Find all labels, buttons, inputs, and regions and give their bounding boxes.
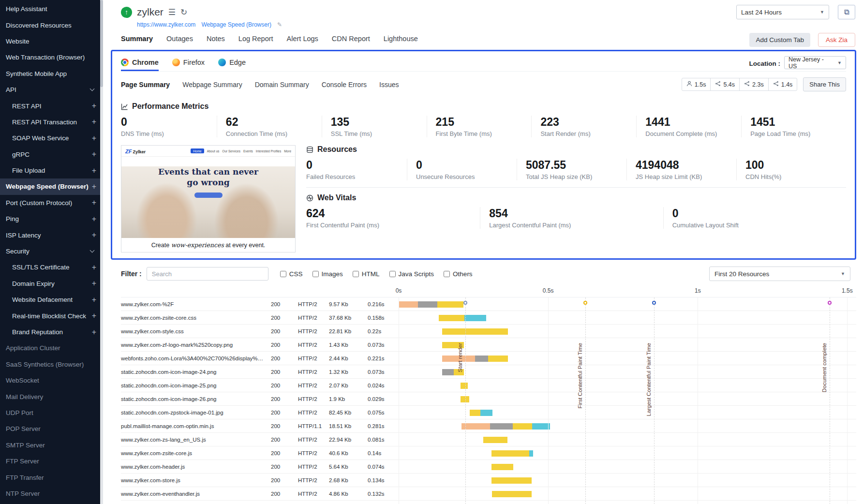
- add-monitor-icon[interactable]: +: [92, 118, 96, 126]
- sidebar-item-rest-api[interactable]: REST API+: [0, 98, 103, 114]
- sidebar-item-ftp-server[interactable]: FTP Server: [0, 453, 103, 469]
- edit-icon[interactable]: ✎: [277, 21, 282, 28]
- monitor-type-link[interactable]: Webpage Speed (Browser): [201, 21, 271, 28]
- table-row[interactable]: webfonts.zoho.com-Lora%3A400%2C700%26dis…: [121, 352, 856, 365]
- sidebar-item-website[interactable]: Website: [0, 33, 103, 49]
- add-monitor-icon[interactable]: +: [92, 215, 96, 223]
- sidebar-item-website-defacement[interactable]: Website Defacement+: [0, 292, 103, 308]
- sidebar-item-brand-reputation[interactable]: Brand Reputation+: [0, 324, 103, 340]
- subtab-page-summary[interactable]: Page Summary: [121, 81, 170, 89]
- sidebar-item-pop-server[interactable]: POP Server: [0, 421, 103, 437]
- filter-checkbox-html[interactable]: HTML: [353, 270, 380, 278]
- resource-name[interactable]: www.zylker.com-zsite-core.js: [121, 450, 271, 456]
- table-row[interactable]: www.zylker.com-eventhandler.js200HTTP/24…: [121, 487, 856, 501]
- filter-checkbox-others[interactable]: Others: [444, 270, 473, 278]
- sidebar-item-ntp-server[interactable]: NTP Server: [0, 486, 103, 502]
- sidebar-item-webpage-speed-browser[interactable]: Webpage Speed (Browser)+: [0, 178, 103, 194]
- add-monitor-icon[interactable]: +: [92, 296, 96, 304]
- table-row[interactable]: www.zylker.com-store.js200HTTP/22.68 Kb0…: [121, 474, 856, 487]
- location-select[interactable]: New Jersey - US ▼: [784, 56, 846, 69]
- browser-tab-edge[interactable]: Edge: [218, 59, 246, 71]
- add-monitor-icon[interactable]: +: [92, 134, 96, 142]
- sidebar-item-domain-expiry[interactable]: Domain Expiry+: [0, 276, 103, 292]
- sidebar-item-application-cluster[interactable]: Application Cluster: [0, 340, 103, 356]
- add-custom-tab-button[interactable]: Add Custom Tab: [749, 33, 810, 47]
- add-monitor-icon[interactable]: +: [92, 102, 96, 110]
- tab-outages[interactable]: Outages: [166, 35, 193, 45]
- sidebar-item-soap-web-service[interactable]: SOAP Web Service+: [0, 130, 103, 146]
- resource-name[interactable]: www.zylker.com-zs-lang_en_US.js: [121, 437, 271, 443]
- add-monitor-icon[interactable]: +: [92, 328, 96, 336]
- sidebar-item-websocket[interactable]: WebSocket: [0, 372, 103, 388]
- add-monitor-icon[interactable]: +: [92, 199, 96, 207]
- sidebar-item-discovered-resources[interactable]: Discovered Resources: [0, 17, 103, 33]
- table-row[interactable]: static.zohocdn.com-icon-image-24.png200H…: [121, 365, 856, 379]
- add-monitor-icon[interactable]: +: [92, 183, 96, 191]
- add-monitor-icon[interactable]: +: [92, 312, 96, 320]
- filter-checkbox-images[interactable]: Images: [312, 270, 343, 278]
- sidebar-item-mail-delivery[interactable]: Mail Delivery: [0, 388, 103, 404]
- thumb-nav-interested-profiles[interactable]: Interested Profiles: [256, 149, 281, 153]
- table-row[interactable]: www.zylker.com-zs-lang_en_US.js200HTTP/2…: [121, 433, 856, 446]
- checkbox-others[interactable]: [444, 271, 450, 277]
- table-row[interactable]: www.zylker.com-%2F200HTTP/29.57 Kb0.216s: [121, 297, 856, 311]
- search-input[interactable]: [147, 267, 268, 281]
- sidebar-item-real-time-blocklist-check[interactable]: Real-time Blocklist Check+: [0, 308, 103, 324]
- resource-name[interactable]: www.zylker.com-style.css: [121, 328, 271, 334]
- thumb-nav-about-us[interactable]: About us: [207, 149, 220, 153]
- sidebar-item-saas-synthetics-browser[interactable]: SaaS Synthetics (Browser): [0, 356, 103, 372]
- ask-zia-button[interactable]: Ask Zia: [818, 33, 855, 47]
- scrollbar-thumb[interactable]: [100, 0, 103, 87]
- monitor-url-link[interactable]: https://www.zylker.com: [137, 21, 195, 28]
- sidebar-item-api[interactable]: API: [0, 82, 103, 98]
- table-row[interactable]: www.zylker.com-zsite-core.js200HTTP/240.…: [121, 446, 856, 460]
- tab-summary[interactable]: Summary: [121, 35, 153, 45]
- add-monitor-icon[interactable]: +: [92, 264, 96, 271]
- sidebar-item-help-assistant[interactable]: Help Assistant: [0, 1, 103, 17]
- sidebar-item-security[interactable]: Security: [0, 243, 103, 259]
- time-range-select[interactable]: Last 24 Hours ▼: [736, 5, 829, 19]
- sidebar-item-grpc[interactable]: gRPC+: [0, 147, 103, 163]
- sidebar-item-web-transaction-browser[interactable]: Web Transaction (Browser): [0, 49, 103, 65]
- thumb-nav-events[interactable]: Events: [243, 149, 253, 153]
- sidebar-scrollbar[interactable]: [100, 0, 103, 504]
- subtab-console-errors[interactable]: Console Errors: [322, 81, 367, 89]
- checkbox-html[interactable]: [353, 271, 359, 277]
- screenshot-caption[interactable]: Create wow-experiences at every event.: [121, 238, 295, 252]
- resource-name[interactable]: publ.maillist-manage.com-optin.min.js: [121, 423, 271, 429]
- resource-name[interactable]: static.zohocdn.com-icon-image-24.png: [121, 369, 271, 375]
- checkbox-css[interactable]: [280, 271, 286, 277]
- add-monitor-icon[interactable]: +: [92, 231, 96, 239]
- add-monitor-icon[interactable]: +: [92, 150, 96, 158]
- add-monitor-icon[interactable]: +: [92, 167, 96, 175]
- table-row[interactable]: publ.maillist-manage.com-optin.min.js200…: [121, 419, 856, 433]
- resource-name[interactable]: static.zohocdn.com-zpstock-image-01.jpg: [121, 410, 271, 415]
- table-row[interactable]: www.zylker.com-header.js200HTTP/25.64 Kb…: [121, 460, 856, 474]
- sidebar-item-file-upload[interactable]: File Upload+: [0, 163, 103, 178]
- tab-log-report[interactable]: Log Report: [238, 35, 273, 45]
- tab-cdn-report[interactable]: CDN Report: [332, 35, 370, 45]
- resource-name[interactable]: www.zylker.com-header.js: [121, 464, 271, 470]
- filter-checkbox-css[interactable]: CSS: [280, 270, 303, 278]
- table-row[interactable]: static.zohocdn.com-icon-image-25.png200H…: [121, 379, 856, 392]
- browser-tab-chrome[interactable]: Chrome: [121, 59, 159, 71]
- subtab-domain-summary[interactable]: Domain Summary: [255, 81, 309, 89]
- checkbox-java-scripts[interactable]: [389, 271, 396, 277]
- sidebar-item-ftp-transfer[interactable]: FTP Transfer: [0, 469, 103, 485]
- table-row[interactable]: www.zylker.com-style.css200HTTP/222.81 K…: [121, 325, 856, 338]
- resource-name[interactable]: www.zylker.com-zf-logo-mark%2520copy.png: [121, 342, 271, 348]
- sidebar-item-rest-api-transaction[interactable]: REST API Transaction+: [0, 114, 103, 130]
- sidebar-item-ssl-tls-certificate[interactable]: SSL/TLS Certificate+: [0, 259, 103, 275]
- resource-count-select[interactable]: First 20 Resources ▼: [709, 267, 850, 281]
- filter-checkbox-java-scripts[interactable]: Java Scripts: [389, 270, 434, 278]
- sidebar-item-isp-latency[interactable]: ISP Latency+: [0, 227, 103, 243]
- resource-name[interactable]: webfonts.zoho.com-Lora%3A400%2C700%26dis…: [121, 356, 271, 361]
- share-this-button[interactable]: Share This: [803, 77, 846, 91]
- sidebar-item-synthetic-mobile-app[interactable]: Synthetic Mobile App: [0, 66, 103, 82]
- resource-name[interactable]: www.zylker.com-eventhandler.js: [121, 491, 271, 497]
- timing-badge[interactable]: 1.4s: [768, 78, 798, 91]
- resource-name[interactable]: www.zylker.com-store.js: [121, 477, 271, 483]
- tab-alert-logs[interactable]: Alert Logs: [287, 35, 318, 45]
- resource-name[interactable]: www.zylker.com-zsite-core.css: [121, 315, 271, 321]
- subtab-issues[interactable]: Issues: [379, 81, 399, 89]
